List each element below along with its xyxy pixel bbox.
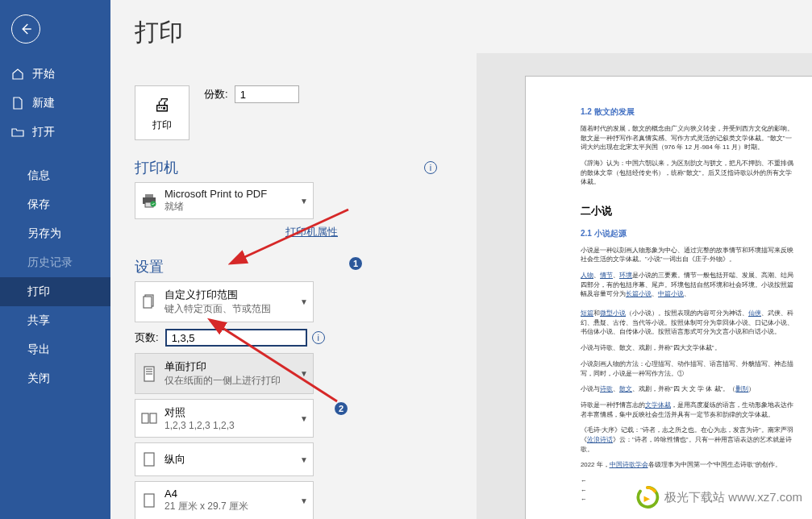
- back-button[interactable]: [11, 15, 40, 44]
- portrait-icon: [140, 449, 158, 470]
- nav-share[interactable]: 共享: [0, 306, 110, 335]
- printer-properties-link[interactable]: 打印机属性: [285, 226, 338, 238]
- printer-icon: 🖨: [153, 94, 171, 115]
- paper-size-dropdown[interactable]: A4 21 厘米 x 29.7 厘米 ▼: [135, 481, 314, 519]
- print-range-dropdown[interactable]: 自定义打印范围 键入特定页面、节或范围 ▼: [135, 281, 314, 322]
- printer-name: Microsoft Print to PDF: [164, 188, 300, 200]
- chevron-down-icon: ▼: [300, 197, 308, 206]
- svg-rect-11: [150, 413, 156, 423]
- copies-label: 份数:: [204, 87, 228, 102]
- copies-input[interactable]: [235, 85, 299, 103]
- collate-icon: [140, 408, 158, 429]
- print-button-label: 打印: [152, 118, 172, 132]
- chevron-down-icon: ▼: [300, 297, 308, 306]
- chevron-down-icon: ▼: [300, 496, 308, 505]
- nav-save-as[interactable]: 另存为: [0, 219, 110, 248]
- settings-section-title: 设置: [135, 257, 164, 276]
- svg-rect-12: [144, 453, 154, 466]
- svg-rect-1: [145, 194, 153, 197]
- printer-section-title: 打印机: [135, 158, 178, 177]
- svg-rect-13: [144, 494, 154, 507]
- nav-open-label: 打开: [32, 125, 55, 139]
- home-icon: [11, 68, 24, 81]
- nav-info[interactable]: 信息: [0, 161, 110, 190]
- nav-home-label: 开始: [32, 67, 55, 81]
- watermark: 极光下载站 www.xz7.com: [635, 485, 802, 509]
- svg-rect-10: [142, 413, 148, 423]
- nav-export[interactable]: 导出: [0, 335, 110, 364]
- nav-print[interactable]: 打印: [0, 277, 110, 306]
- chevron-down-icon: ▼: [300, 455, 308, 464]
- print-button[interactable]: 🖨 打印: [135, 85, 189, 140]
- collate-dropdown[interactable]: 对照 1,2,3 1,2,3 1,2,3 ▼: [135, 399, 314, 438]
- nav-new[interactable]: 新建: [0, 89, 110, 118]
- printer-dropdown[interactable]: Microsoft Print to PDF 就绪 ▼: [135, 182, 314, 219]
- svg-marker-17: [644, 496, 651, 503]
- chevron-down-icon: ▼: [300, 369, 308, 378]
- printer-status: 就绪: [164, 200, 300, 214]
- chevron-down-icon: ▼: [300, 414, 308, 423]
- info-icon[interactable]: i: [312, 331, 325, 344]
- print-side-dropdown[interactable]: 单面打印 仅在纸面的一侧上进行打印 ▼: [135, 353, 314, 394]
- print-preview: 1.2 散文的发展 随着时代的发展，散文的概念由广义向狭义转变，并受到西方文化的…: [477, 53, 812, 519]
- paper-icon: [140, 490, 158, 511]
- nav-close[interactable]: 关闭: [0, 364, 110, 393]
- pages-icon: [140, 292, 158, 313]
- page-title: 打印: [110, 0, 812, 49]
- preview-page-1: 1.2 散文的发展 随着时代的发展，散文的概念由广义向狭义转变，并受到西方文化的…: [525, 76, 812, 519]
- printer-glyph-icon: [140, 190, 158, 211]
- nav-open[interactable]: 打开: [0, 118, 110, 147]
- nav-save[interactable]: 保存: [0, 190, 110, 219]
- pages-input[interactable]: [165, 329, 307, 347]
- nav-new-label: 新建: [32, 96, 55, 110]
- info-icon[interactable]: i: [424, 161, 437, 174]
- nav-home[interactable]: 开始: [0, 60, 110, 89]
- pages-label: 页数:: [135, 330, 159, 345]
- single-side-icon: [140, 363, 158, 384]
- file-icon: [11, 97, 24, 110]
- orientation-dropdown[interactable]: 纵向 ▼: [135, 442, 314, 476]
- watermark-logo-icon: [635, 485, 660, 509]
- svg-rect-5: [144, 297, 152, 308]
- nav-history[interactable]: 历史记录: [0, 248, 110, 277]
- folder-open-icon: [11, 126, 24, 139]
